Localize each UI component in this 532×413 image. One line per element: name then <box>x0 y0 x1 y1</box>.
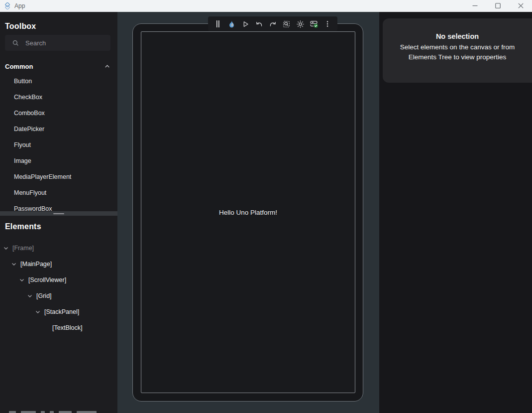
titlebar: App <box>0 0 532 12</box>
tree-item-frame[interactable]: [Frame] <box>0 240 117 256</box>
panel-splitter[interactable] <box>0 211 117 216</box>
chevron-down-icon[interactable] <box>27 293 33 299</box>
design-canvas[interactable]: Hello Uno Platform! <box>117 12 379 413</box>
toolbox-item-checkbox[interactable]: CheckBox <box>0 89 117 105</box>
toolbox-item-flyout[interactable]: Flyout <box>0 137 117 153</box>
search-placeholder-text: Search <box>25 39 46 47</box>
tree-item-stackpanel[interactable]: [StackPanel] <box>0 304 117 320</box>
uno-platform-logo-icon <box>4 2 11 9</box>
toolbox-item-datepicker[interactable]: DatePicker <box>0 121 117 137</box>
close-icon <box>518 3 524 8</box>
inspect-icon <box>282 20 291 28</box>
toolbox-item-mediaplayerelement[interactable]: MediaPlayerElement <box>0 169 117 185</box>
elements-tree: [Frame] [MainPage] [ScrollViewer] [Grid]… <box>0 240 117 336</box>
toolbox-item-list: Button CheckBox ComboBox DatePicker Flyo… <box>0 73 117 217</box>
no-selection-title: No selection <box>436 32 479 40</box>
properties-region: No selection Select elements on the canv… <box>379 12 532 413</box>
minimize-icon <box>472 3 478 8</box>
kebab-menu-icon <box>323 20 331 28</box>
app-screen[interactable]: Hello Uno Platform! <box>141 31 355 393</box>
textblock-hello-uno[interactable]: Hello Uno Platform! <box>219 209 277 216</box>
toolbox-item-combobox[interactable]: ComboBox <box>0 105 117 121</box>
tree-item-scrollviewer[interactable]: [ScrollViewer] <box>0 272 117 288</box>
tree-item-grid[interactable]: [Grid] <box>0 288 117 304</box>
search-icon <box>12 39 19 47</box>
redo-icon <box>269 20 277 28</box>
more-options-button[interactable] <box>322 18 332 29</box>
toolbar-drag-handle[interactable] <box>213 18 223 29</box>
drag-handle-icon <box>216 20 220 28</box>
flame-icon <box>227 20 236 28</box>
inspect-element-button[interactable] <box>282 18 292 29</box>
toolbox-section-common[interactable]: Common <box>0 59 117 74</box>
chevron-up-icon <box>104 63 110 70</box>
hot-design-flame-button[interactable] <box>227 18 237 29</box>
chevron-down-icon[interactable] <box>11 261 17 267</box>
device-frame: Hello Uno Platform! <box>132 23 363 402</box>
left-sidebar: Toolbox Search Common Button CheckBox Co… <box>0 12 117 413</box>
elements-panel-title: Elements <box>5 222 41 231</box>
toolbox-item-menuflyout[interactable]: MenuFlyout <box>0 185 117 201</box>
toolbox-item-image[interactable]: Image <box>0 153 117 169</box>
undo-icon <box>255 20 263 28</box>
clipped-status-row <box>0 411 117 413</box>
section-label: Common <box>5 63 33 70</box>
no-selection-message: Select elements on the canvas or from El… <box>386 42 529 62</box>
play-button[interactable] <box>240 18 250 29</box>
close-button[interactable] <box>509 0 532 11</box>
play-icon <box>241 20 250 28</box>
device-connected-button[interactable] <box>309 18 319 29</box>
hot-design-toolbar <box>208 16 337 31</box>
sun-icon <box>296 20 305 28</box>
tree-item-textblock[interactable]: [TextBlock] <box>0 320 117 336</box>
chevron-down-icon[interactable] <box>35 309 41 315</box>
maximize-icon <box>495 3 501 8</box>
maximize-button[interactable] <box>486 0 509 11</box>
toolbox-search-input[interactable]: Search <box>5 35 110 51</box>
minimize-button[interactable] <box>463 0 486 11</box>
device-connected-check-icon <box>310 19 319 28</box>
redo-button[interactable] <box>268 18 278 29</box>
splitter-handle <box>53 213 64 214</box>
chevron-down-icon[interactable] <box>3 245 9 251</box>
window-title: App <box>14 2 25 9</box>
no-selection-card: No selection Select elements on the canv… <box>383 18 532 83</box>
toolbox-panel-title: Toolbox <box>5 22 36 31</box>
toolbox-item-button[interactable]: Button <box>0 73 117 89</box>
window-controls <box>463 0 532 11</box>
tree-item-mainpage[interactable]: [MainPage] <box>0 256 117 272</box>
chevron-down-icon[interactable] <box>19 277 25 283</box>
theme-toggle-button[interactable] <box>295 18 305 29</box>
undo-button[interactable] <box>254 18 264 29</box>
